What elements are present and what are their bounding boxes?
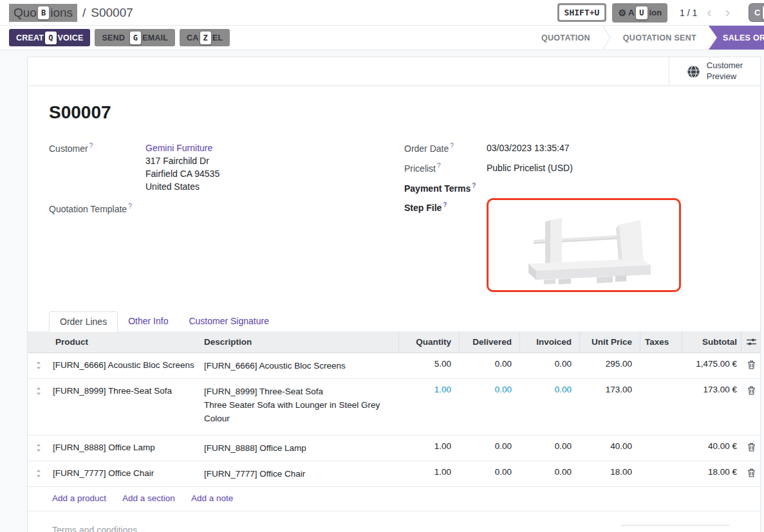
column-header-invoiced: Invoiced: [519, 331, 579, 353]
stage-quotation-sent[interactable]: QUOTATION SENT: [611, 26, 709, 50]
cell-quantity[interactable]: 1.00: [398, 467, 459, 477]
stage-sales-order[interactable]: SALES ORDER: [709, 26, 764, 50]
sheet-body: S00007 Customer? Gemini Furniture 317 Fa…: [28, 86, 760, 532]
cell-quantity[interactable]: 5.00: [398, 359, 459, 369]
drag-handle-icon[interactable]: [28, 385, 49, 396]
cell-delivered[interactable]: 0.00: [459, 467, 519, 477]
customer-preview-line1: Customer: [707, 60, 743, 70]
page-title: S00007: [49, 102, 739, 123]
customer-address-line3: United States: [145, 181, 200, 192]
pager-previous-icon[interactable]: ‹: [703, 6, 715, 20]
cell-unit-price[interactable]: 295.00: [579, 359, 640, 369]
pager-next-icon[interactable]: ›: [722, 6, 734, 20]
pricelist-value[interactable]: Public Pricelist (USD): [487, 161, 573, 174]
tab-customer-signature[interactable]: Customer Signature: [178, 311, 279, 331]
table-row: [FURN_6666] Acoustic Bloc Screens [FURN_…: [28, 353, 760, 379]
cell-description[interactable]: [FURN_8999] Three-Seat Sofa Three Seater…: [201, 385, 398, 425]
header-handle-spacer: [28, 331, 49, 353]
delete-row-button[interactable]: [741, 467, 761, 477]
send-email-label-post: EMAIL: [142, 33, 168, 42]
field-quotation-template: Quotation Template?: [49, 202, 404, 214]
create-invoice-button[interactable]: CREATQVOICE: [9, 29, 90, 46]
column-header-description: Description: [201, 331, 398, 353]
trash-icon: [747, 386, 756, 395]
trash-icon: [747, 468, 756, 477]
notebook-tabs: Order Lines Other Info Customer Signatur…: [49, 311, 739, 331]
description-line1: [FURN_8999] Three-Seat Sofa: [204, 387, 323, 396]
delete-row-button[interactable]: [741, 359, 761, 369]
customer-preview-label: Customer Preview: [707, 60, 743, 82]
edge-truncated-button[interactable]: C: [749, 3, 764, 22]
cell-unit-price[interactable]: 40.00: [579, 441, 640, 451]
add-a-section-link[interactable]: Add a section: [122, 493, 175, 503]
tab-other-info[interactable]: Other Info: [118, 311, 178, 331]
terms-and-conditions-field[interactable]: Terms and conditions...: [52, 525, 145, 532]
cell-product[interactable]: [FURN_6666] Acoustic Bloc Screens: [49, 359, 201, 372]
cell-invoiced[interactable]: 0.00: [519, 359, 579, 369]
stage-quotation[interactable]: QUOTATION: [529, 26, 602, 50]
cell-delivered[interactable]: 0.00: [459, 359, 519, 369]
cell-subtotal: 18.00 €: [682, 467, 741, 477]
cell-unit-price[interactable]: 173.00: [579, 385, 640, 394]
table-header-row: Product Description Quantity Delivered I…: [28, 331, 760, 353]
cell-description[interactable]: [FURN_7777] Office Chair: [201, 467, 398, 481]
delete-row-button[interactable]: [741, 441, 761, 452]
top-navigation-bar: QuoBions / S00007 SHIFT+U ⚙ A U ion 1 / …: [0, 0, 764, 26]
shortcut-button[interactable]: SHIFT+U: [557, 3, 607, 22]
column-header-quantity: Quantity: [398, 331, 459, 353]
cancel-button[interactable]: CAZEL: [180, 29, 230, 46]
optional-columns-button[interactable]: [741, 331, 761, 353]
breadcrumb-quotations-link[interactable]: QuoBions: [9, 4, 77, 22]
fields-area: Customer? Gemini Furniture 317 Fairchild…: [49, 142, 739, 292]
create-invoice-label-pre: CREAT: [16, 33, 44, 42]
action-menu-button[interactable]: ⚙ A U ion: [612, 3, 667, 23]
order-date-label: Order Date?: [404, 142, 487, 154]
fields-column-right: Order Date? 03/03/2023 13:35:47 Pricelis…: [404, 142, 739, 292]
order-date-value[interactable]: 03/03/2023 13:35:47: [487, 142, 569, 154]
sheet-footer: Terms and conditions... Total: 1,706.00 …: [49, 511, 739, 532]
customer-preview-button[interactable]: Customer Preview: [669, 57, 760, 86]
drag-handle-icon[interactable]: [28, 359, 49, 370]
pricelist-label-text: Pricelist: [404, 163, 436, 174]
pricelist-label: Pricelist?: [404, 161, 487, 174]
customer-label: Customer?: [49, 142, 145, 193]
column-header-product: Product: [49, 331, 201, 353]
table-footer-links: Add a product Add a section Add a note: [28, 487, 760, 511]
customer-link[interactable]: Gemini Furniture: [145, 143, 212, 153]
cell-invoiced[interactable]: 0.00: [519, 385, 579, 394]
tab-order-lines[interactable]: Order Lines: [49, 311, 118, 332]
breadcrumb-quotations-text-post: ions: [50, 6, 73, 20]
field-order-date: Order Date? 03/03/2023 13:35:47: [404, 142, 739, 154]
customer-label-text: Customer: [49, 143, 88, 154]
table-row: [FURN_8888] Office Lamp [FURN_8888] Offi…: [28, 436, 760, 461]
cell-product[interactable]: [FURN_8888] Office Lamp: [49, 441, 201, 454]
add-a-product-link[interactable]: Add a product: [52, 493, 106, 503]
payment-terms-label-text: Payment Terms: [404, 183, 471, 194]
cell-description[interactable]: [FURN_8888] Office Lamp: [201, 441, 398, 455]
cell-invoiced[interactable]: 0.00: [519, 441, 579, 451]
field-customer: Customer? Gemini Furniture 317 Fairchild…: [49, 142, 404, 193]
cell-product[interactable]: [FURN_8999] Three-Seat Sofa: [49, 385, 201, 398]
step-file-image-field[interactable]: [487, 198, 681, 292]
cell-delivered[interactable]: 0.00: [459, 441, 519, 451]
breadcrumb: QuoBions / S00007: [9, 4, 133, 22]
delete-row-button[interactable]: [741, 385, 761, 395]
cell-quantity[interactable]: 1.00: [398, 441, 459, 451]
cell-unit-price[interactable]: 18.00: [579, 467, 640, 477]
drag-handle-icon[interactable]: [28, 441, 49, 452]
control-panel-bar: CREATQVOICE SEND GEMAIL CAZEL QUOTATION …: [0, 26, 764, 50]
cell-product[interactable]: [FURN_7777] Office Chair: [49, 467, 201, 480]
column-header-subtotal: Subtotal: [682, 331, 741, 353]
add-a-note-link[interactable]: Add a note: [191, 493, 233, 503]
field-payment-terms: Payment Terms?: [404, 181, 739, 194]
cell-invoiced[interactable]: 0.00: [519, 467, 579, 477]
help-icon: ?: [472, 182, 476, 189]
table-row: [FURN_8999] Three-Seat Sofa [FURN_8999] …: [28, 379, 760, 436]
help-icon: ?: [437, 162, 441, 169]
cell-quantity[interactable]: 1.00: [398, 385, 459, 394]
payment-terms-label: Payment Terms?: [404, 181, 487, 194]
send-email-button[interactable]: SEND GEMAIL: [95, 29, 175, 46]
drag-handle-icon[interactable]: [28, 467, 49, 478]
cell-delivered[interactable]: 0.00: [459, 385, 519, 394]
cell-description[interactable]: [FURN_6666] Acoustic Bloc Screens: [201, 359, 398, 372]
